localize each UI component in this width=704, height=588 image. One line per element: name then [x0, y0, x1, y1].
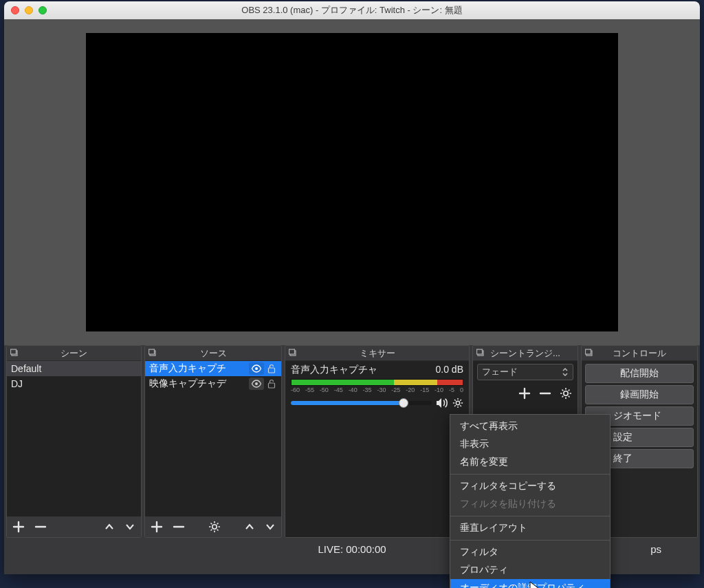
sources-panel-header[interactable]: ソース: [145, 346, 281, 361]
scene-item-label: DJ: [11, 378, 23, 389]
gear-icon[interactable]: [452, 398, 463, 409]
status-fps-suffix: ps: [650, 543, 661, 555]
context-menu-item[interactable]: プロパティ: [450, 561, 610, 579]
mixer-panel-header[interactable]: ミキサー: [285, 346, 469, 361]
scene-down-button[interactable]: [124, 521, 135, 532]
add-source-button[interactable]: [151, 521, 163, 533]
mixer-body: 音声入力キャプチャ 0.0 dB -60-55-50-45-40-35-30-2…: [285, 361, 469, 537]
svg-rect-10: [289, 349, 295, 354]
transitions-panel-title: シーントランジ...: [490, 347, 560, 360]
popout-icon[interactable]: [584, 348, 594, 358]
transition-select[interactable]: フェード: [477, 364, 573, 380]
window-title: OBS 23.1.0 (mac) - プロファイル: Twitch - シーン:…: [241, 4, 462, 17]
preview-canvas[interactable]: [86, 33, 618, 331]
visibility-toggle-icon[interactable]: [249, 362, 264, 375]
popout-icon[interactable]: [288, 348, 298, 358]
sources-list[interactable]: 音声入力キャプチ 映像キャプチャデ: [145, 361, 281, 516]
sources-toolbar: [145, 516, 281, 537]
remove-scene-button[interactable]: [34, 521, 47, 533]
close-icon[interactable]: [11, 6, 19, 14]
svg-point-6: [255, 382, 258, 385]
mixer-channel: 音声入力キャプチャ 0.0 dB -60-55-50-45-40-35-30-2…: [285, 361, 469, 409]
add-transition-button[interactable]: [518, 387, 531, 400]
obs-main-window: OBS 23.1.0 (mac) - プロファイル: Twitch - シーン:…: [4, 1, 700, 574]
source-properties-button[interactable]: [208, 521, 221, 533]
add-scene-button[interactable]: [12, 521, 25, 533]
scenes-panel: シーン Default DJ: [6, 345, 142, 538]
transitions-panel-header[interactable]: シーントランジ...: [473, 346, 578, 361]
popout-icon[interactable]: [10, 348, 19, 358]
context-menu-item[interactable]: フィルタをコピーする: [450, 477, 610, 495]
lock-icon[interactable]: [266, 364, 277, 373]
svg-point-14: [564, 391, 568, 395]
context-menu-item: フィルタを貼り付ける: [450, 495, 610, 513]
sources-panel-title: ソース: [200, 347, 227, 360]
mixer-channel-level: 0.0 dB: [436, 364, 463, 376]
source-item-label: 映像キャプチャデ: [149, 378, 249, 390]
scenes-panel-header[interactable]: シーン: [7, 346, 141, 361]
remove-source-button[interactable]: [173, 521, 185, 533]
controls-panel-header[interactable]: コントロール: [582, 346, 697, 361]
scene-item[interactable]: DJ: [7, 376, 141, 391]
scenes-toolbar: [7, 516, 141, 537]
lock-icon[interactable]: [266, 379, 277, 389]
live-time: LIVE: 00:00:00: [318, 543, 386, 555]
source-up-button[interactable]: [244, 521, 255, 532]
source-down-button[interactable]: [265, 521, 276, 532]
transition-select-value: フェード: [482, 366, 518, 378]
controls-panel-title: コントロール: [613, 347, 666, 360]
start-record-button[interactable]: 録画開始: [585, 385, 694, 404]
mixer-panel: ミキサー 音声入力キャプチャ 0.0 dB -60-55-50-45-40-35…: [285, 345, 470, 538]
stepper-icon: [562, 367, 569, 377]
svg-rect-5: [269, 368, 275, 373]
svg-rect-16: [586, 349, 591, 354]
audio-meter-ticks: -60-55-50-45-40-35-30-25-20-15-10-50: [291, 386, 463, 393]
start-stream-button[interactable]: 配信開始: [585, 364, 694, 383]
scene-item[interactable]: Default: [7, 361, 141, 376]
popout-icon[interactable]: [148, 348, 157, 358]
context-menu-item[interactable]: すべて再表示: [450, 417, 610, 435]
mixer-panel-title: ミキサー: [360, 347, 395, 360]
scene-up-button[interactable]: [104, 521, 115, 532]
window-titlebar: OBS 23.1.0 (mac) - プロファイル: Twitch - シーン:…: [4, 1, 700, 19]
cursor-icon: [529, 581, 540, 588]
sources-panel: ソース 音声入力キャプチ 映像キャプチャデ: [144, 345, 282, 538]
preview-area: [4, 19, 700, 345]
source-item[interactable]: 映像キャプチャデ: [145, 376, 281, 391]
popout-icon[interactable]: [476, 348, 485, 358]
mixer-channel-name: 音声入力キャプチャ: [291, 364, 377, 376]
context-menu-separator: [450, 540, 610, 541]
svg-rect-3: [149, 349, 155, 354]
mixer-context-menu[interactable]: すべて再表示非表示名前を変更フィルタをコピーするフィルタを貼り付ける垂直レイアウ…: [450, 414, 610, 588]
context-menu-item[interactable]: フィルタ: [450, 543, 610, 561]
svg-point-4: [255, 367, 258, 370]
visibility-toggle-icon[interactable]: [249, 378, 264, 390]
context-menu-item[interactable]: 垂直レイアウト: [450, 519, 610, 537]
maximize-icon[interactable]: [38, 6, 47, 14]
source-item[interactable]: 音声入力キャプチ: [145, 361, 281, 376]
transition-properties-button[interactable]: [560, 387, 572, 400]
remove-transition-button[interactable]: [539, 387, 551, 400]
scenes-panel-title: シーン: [60, 347, 87, 360]
context-menu-separator: [450, 516, 610, 516]
context-menu-separator: [450, 474, 610, 475]
svg-point-11: [456, 401, 459, 404]
context-menu-item[interactable]: 非表示: [450, 435, 610, 453]
minimize-icon[interactable]: [25, 6, 33, 14]
audio-meter: [291, 379, 463, 386]
svg-rect-1: [11, 349, 16, 354]
speaker-icon[interactable]: [436, 398, 448, 409]
scene-item-label: Default: [11, 363, 41, 374]
scenes-list[interactable]: Default DJ: [7, 361, 141, 516]
volume-slider[interactable]: [291, 401, 432, 405]
svg-rect-13: [477, 349, 483, 354]
svg-point-8: [212, 525, 217, 529]
window-traffic-lights: [11, 6, 47, 14]
svg-rect-7: [269, 383, 275, 388]
source-item-label: 音声入力キャプチ: [149, 362, 249, 375]
context-menu-item[interactable]: 名前を変更: [450, 453, 610, 471]
